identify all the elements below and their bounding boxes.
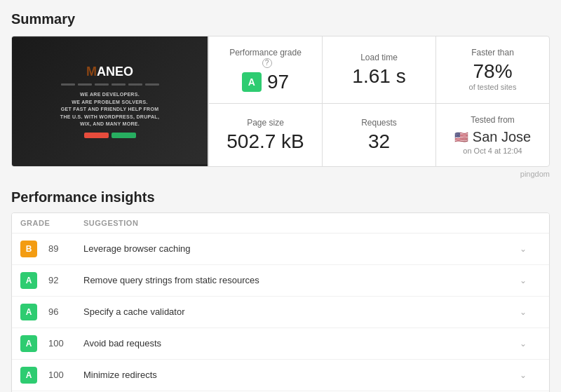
chevron-down-icon[interactable]: ⌄ <box>520 307 541 317</box>
requests-value: 32 <box>368 132 390 151</box>
us-flag-icon: 🇺🇸 <box>454 130 468 144</box>
tested-from-date: on Oct 4 at 12:04 <box>463 147 522 155</box>
summary-grid: MANEO WE ARE DEVELOPERS. WE ARE PROBLEM … <box>11 36 550 167</box>
performance-grade-cell: Performance grade ? A 97 <box>208 36 322 104</box>
chevron-down-icon[interactable]: ⌄ <box>520 244 541 254</box>
suggestion-col-header: SUGGESTION <box>83 219 520 227</box>
city-name: San Jose <box>473 129 531 145</box>
insight-suggestion: Minimize redirects <box>83 370 520 380</box>
insights-title: Performance insights <box>11 189 550 205</box>
faster-than-label: Faster than <box>471 48 514 58</box>
screenshot-logo: MANEO <box>86 65 133 79</box>
summary-title: Summary <box>11 11 550 27</box>
faster-than-sub: of tested sites <box>469 83 517 91</box>
screenshot-headline: WE ARE DEVELOPERS. WE ARE PROBLEM SOLVER… <box>60 91 159 128</box>
chevron-down-icon[interactable]: ⌄ <box>520 370 541 380</box>
insights-table-header: GRADE SUGGESTION <box>12 213 549 234</box>
tested-from-cell: Tested from 🇺🇸 San Jose on Oct 4 at 12:0… <box>435 104 549 166</box>
performance-grade-value: A 97 <box>242 72 289 92</box>
insight-grade-badge: B <box>20 241 37 257</box>
pingdom-credit: pingdom <box>11 170 550 178</box>
logo-m: M <box>86 65 97 79</box>
insight-score: 100 <box>48 338 83 349</box>
page-size-cell: Page size 502.7 kB <box>208 104 322 166</box>
load-time-value: 1.61 s <box>352 67 405 86</box>
insight-row[interactable]: A 96 Specify a cache validator ⌄ <box>12 297 549 328</box>
insight-suggestion: Specify a cache validator <box>83 306 520 317</box>
faster-than-cell: Faster than 78% of tested sites <box>435 36 549 104</box>
insight-suggestion: Remove query strings from static resourc… <box>83 275 520 285</box>
tested-from-label: Tested from <box>471 115 515 125</box>
load-time-label: Load time <box>360 53 398 62</box>
grade-badge: A <box>242 72 262 92</box>
insight-suggestion: Leverage browser caching <box>83 243 520 254</box>
faster-than-value: 78% <box>473 62 512 81</box>
insight-row[interactable]: A 100 Minimize redirects ⌄ <box>12 360 549 391</box>
performance-grade-label: Performance grade ? <box>223 48 308 68</box>
insight-score: 92 <box>48 275 83 285</box>
website-screenshot: MANEO WE ARE DEVELOPERS. WE ARE PROBLEM … <box>12 36 208 166</box>
insight-score: 100 <box>48 370 83 380</box>
screenshot-buttons <box>84 133 136 138</box>
page-size-value: 502.7 kB <box>227 132 304 151</box>
insight-row[interactable]: B 89 Leverage browser caching ⌄ <box>12 234 549 265</box>
insight-grade-badge: A <box>20 335 37 352</box>
chevron-down-icon[interactable]: ⌄ <box>520 339 541 349</box>
insight-row[interactable]: A 100 Avoid bad requests ⌄ <box>12 328 549 360</box>
grade-col-header: GRADE <box>20 219 48 227</box>
insight-row[interactable]: A 92 Remove query strings from static re… <box>12 265 549 297</box>
chevron-down-icon[interactable]: ⌄ <box>520 276 541 285</box>
insights-table: GRADE SUGGESTION B 89 Leverage browser c… <box>11 212 550 393</box>
insight-grade-badge: A <box>20 304 37 320</box>
help-icon[interactable]: ? <box>262 58 272 68</box>
insight-grade-badge: A <box>20 272 37 289</box>
insight-score: 89 <box>48 243 83 254</box>
tested-from-city: 🇺🇸 San Jose <box>454 129 531 145</box>
requests-cell: Requests 32 <box>322 104 435 166</box>
page-size-label: Page size <box>247 118 284 128</box>
insights-rows: B 89 Leverage browser caching ⌄ A 92 Rem… <box>12 234 549 393</box>
requests-label: Requests <box>361 118 397 128</box>
insight-grade-badge: A <box>20 367 37 384</box>
insight-suggestion: Avoid bad requests <box>83 338 520 349</box>
insight-score: 96 <box>48 306 83 317</box>
load-time-cell: Load time 1.61 s <box>322 36 435 104</box>
logo-rest: ANEO <box>97 65 133 79</box>
screenshot-nav <box>61 83 159 86</box>
